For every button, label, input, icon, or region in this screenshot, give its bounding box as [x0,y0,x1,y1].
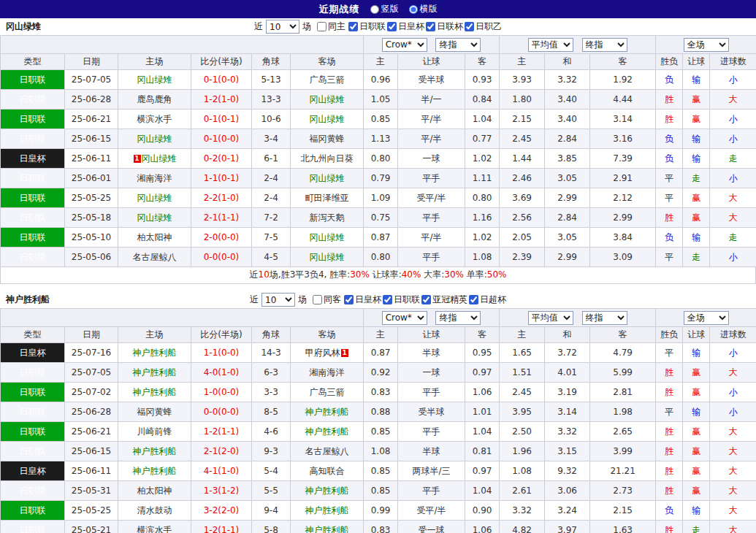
team-link[interactable]: 名古屋鲸八 [133,252,177,262]
score: 0-1(0-0) [191,70,252,90]
away-team: 冈山绿雉 [291,110,364,129]
league-filter[interactable]: 日职联 [348,20,386,33]
odds-final-select[interactable]: 终指 [435,38,481,52]
scope-select[interactable]: 全场 [684,38,729,52]
layout-vertical-option[interactable]: 竖版 [370,3,399,15]
avg-final-select[interactable]: 终指 [582,38,627,52]
focus-team-link[interactable]: 冈山绿雉 [137,74,172,85]
avg-draw-odds: 3.06 [545,481,590,501]
team-link[interactable]: 柏太阳神 [137,486,172,496]
team-link[interactable]: 鹿岛鹿角 [137,94,172,104]
focus-team-link[interactable]: 神户胜利船 [305,426,349,437]
same-away-filter[interactable]: 同客 [313,294,341,306]
goals-result: 大 [710,188,756,208]
team-link[interactable]: 福冈黄蜂 [310,134,345,144]
league-checkbox[interactable] [421,295,431,304]
odds-source-select[interactable]: Crow* [382,38,427,52]
games-label: 场 [302,20,311,33]
focus-team-link[interactable]: 冈山绿雉 [310,252,345,262]
focus-team-link[interactable]: 神户胜利船 [305,486,349,496]
focus-team-link[interactable]: 冈山绿雉 [310,94,345,104]
layout-horizontal-option[interactable]: 横版 [409,3,438,15]
focus-team-link[interactable]: 神户胜利船 [305,525,349,533]
same-away-checkbox[interactable] [313,295,322,304]
match-count-select[interactable]: 10 [261,293,295,307]
score: 1-2(1-1) [191,422,252,442]
vertical-radio[interactable] [370,5,379,14]
league-checkbox[interactable] [426,22,435,31]
league-filter[interactable]: 日皇杯 [344,294,381,306]
team-link[interactable]: 广岛三箭 [310,387,345,397]
focus-team-link[interactable]: 神户胜利船 [133,387,177,397]
avg-away-odds: 3.16 [590,129,656,149]
league-checkbox[interactable] [383,295,392,304]
team-link[interactable]: 町田泽维亚 [305,193,349,203]
avg-home-odds: 2.61 [500,481,545,501]
league-type: 日职联 [1,188,65,208]
league-checkbox[interactable] [469,295,478,304]
odds-final-select[interactable]: 终指 [435,311,481,325]
same-home-label: 同主 [328,20,345,33]
match-count-select[interactable]: 10 [266,20,299,34]
avg-final-select[interactable]: 终指 [582,311,627,325]
team-link[interactable]: 川崎前锋 [137,426,172,437]
focus-team-link[interactable]: 神户胜利船 [305,407,349,417]
result-value: 胜 [656,383,683,402]
same-home-checkbox[interactable] [317,22,327,31]
away-team: 福冈黄蜂 [291,129,364,149]
focus-team-link[interactable]: 神户胜利船 [305,505,349,515]
avg-select[interactable]: 平均值 [528,38,573,52]
corners: 9-4 [252,501,291,521]
team-link[interactable]: 甲府风林 [305,348,340,358]
focus-team-link[interactable]: 冈山绿雉 [142,153,177,164]
team-link[interactable]: 横滨水手 [137,114,172,124]
odds-source-select[interactable]: Crow* [382,311,427,325]
page-title: 近期战绩 [319,3,360,16]
league-filter[interactable]: 日超杯 [469,294,506,306]
focus-team-link[interactable]: 冈山绿雉 [137,212,172,223]
avg-select[interactable]: 平均值 [528,311,573,325]
same-home-filter[interactable]: 同主 [317,20,345,33]
league-checkbox[interactable] [344,295,354,304]
scope-select[interactable]: 全场 [684,311,729,325]
focus-team-link[interactable]: 神户胜利船 [133,367,177,377]
focus-team-link[interactable]: 冈山绿雉 [137,193,172,203]
team-link[interactable]: 湘南海洋 [137,173,172,183]
league-filter[interactable]: 日职联 [383,294,420,306]
horizontal-radio[interactable] [409,5,418,14]
result-value: 胜 [656,442,683,461]
col-avg-draw: 和 [545,327,590,343]
focus-team-link[interactable]: 冈山绿雉 [310,232,345,242]
team-link[interactable]: 高知联合 [310,466,345,476]
team-link[interactable]: 广岛三箭 [310,74,345,85]
col-score: 比分(半场) [191,327,252,343]
focus-team-link[interactable]: 神户胜利船 [133,446,177,456]
team-link[interactable]: 横滨水手 [137,525,172,533]
goals-result: 走 [710,149,756,169]
league-filter[interactable]: 亚冠精英 [421,294,467,306]
league-filter[interactable]: 日职乙 [465,20,502,33]
focus-team-link[interactable]: 冈山绿雉 [137,134,172,144]
league-checkbox[interactable] [465,22,474,31]
league-checkbox[interactable] [348,22,358,31]
home-odds: 0.80 [364,149,398,169]
focus-team-link[interactable]: 神户胜利船 [133,348,177,358]
team-link[interactable]: 名古屋鲸八 [305,446,349,456]
league-filter[interactable]: 日联杯 [426,20,463,33]
league-checkbox[interactable] [387,22,397,31]
team-link[interactable]: 新泻天鹅 [310,212,345,223]
focus-team-link[interactable]: 神户胜利船 [133,466,177,476]
league-type: 日职联 [1,110,65,129]
score: 3-2(2-0) [191,501,252,521]
team-link[interactable]: 福冈黄蜂 [137,407,172,417]
focus-team-link[interactable]: 冈山绿雉 [310,114,345,124]
team-link[interactable]: 北九州向日葵 [301,153,354,164]
team-link[interactable]: 清水鼓动 [137,505,172,515]
avg-home-odds: 2.45 [500,383,545,402]
team-link[interactable]: 柏太阳神 [137,232,172,242]
league-filter[interactable]: 日皇杯 [387,20,424,33]
team-link[interactable]: 湘南海洋 [310,367,345,377]
handicap-line: 平手 [398,383,465,402]
away-odds: 0.84 [465,90,500,110]
focus-team-link[interactable]: 冈山绿雉 [310,173,345,183]
